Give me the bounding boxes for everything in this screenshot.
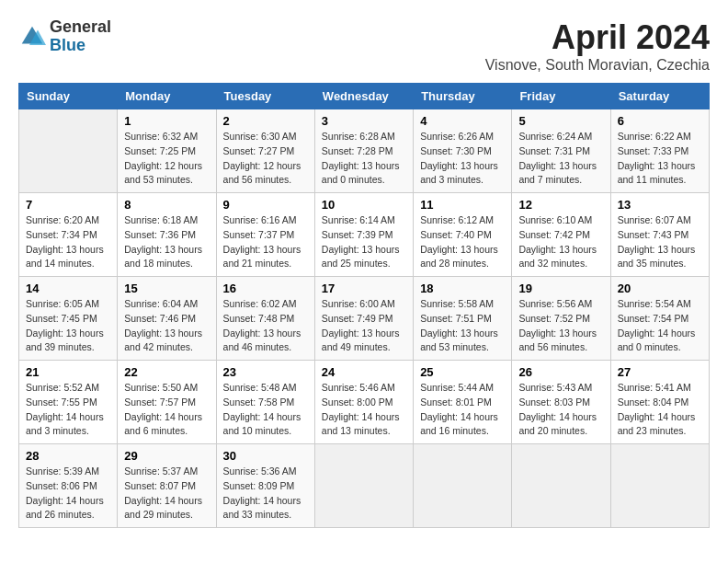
table-cell: 11Sunrise: 6:12 AMSunset: 7:40 PMDayligh… (414, 193, 512, 277)
day-info: Sunrise: 5:48 AMSunset: 7:58 PMDaylight:… (223, 381, 308, 439)
table-cell: 26Sunrise: 5:43 AMSunset: 8:03 PMDayligh… (512, 361, 610, 444)
table-cell: 1Sunrise: 6:32 AMSunset: 7:25 PMDaylight… (118, 109, 216, 193)
calendar-week-1: 1Sunrise: 6:32 AMSunset: 7:25 PMDaylight… (19, 109, 710, 193)
day-info: Sunrise: 6:26 AMSunset: 7:30 PMDaylight:… (420, 130, 505, 188)
day-number: 13 (618, 198, 702, 212)
day-number: 14 (26, 282, 110, 295)
table-cell (19, 109, 118, 193)
table-cell: 18Sunrise: 5:58 AMSunset: 7:51 PMDayligh… (414, 277, 512, 361)
day-info: Sunrise: 5:39 AMSunset: 8:06 PMDaylight:… (26, 465, 110, 523)
day-number: 28 (26, 449, 110, 463)
day-info: Sunrise: 5:37 AMSunset: 8:07 PMDaylight:… (124, 465, 209, 523)
day-info: Sunrise: 6:30 AMSunset: 7:27 PMDaylight:… (223, 130, 308, 188)
header-wednesday: Wednesday (314, 84, 413, 109)
day-info: Sunrise: 6:07 AMSunset: 7:43 PMDaylight:… (618, 213, 702, 271)
header-saturday: Saturday (610, 84, 709, 109)
day-number: 19 (518, 282, 603, 295)
table-cell: 10Sunrise: 6:14 AMSunset: 7:39 PMDayligh… (314, 193, 413, 277)
table-cell: 5Sunrise: 6:24 AMSunset: 7:31 PMDaylight… (512, 109, 610, 193)
table-cell (610, 444, 709, 528)
day-info: Sunrise: 6:05 AMSunset: 7:45 PMDaylight:… (26, 297, 110, 355)
day-number: 10 (322, 198, 406, 212)
day-info: Sunrise: 5:46 AMSunset: 8:00 PMDaylight:… (322, 381, 406, 439)
day-number: 27 (618, 365, 702, 379)
day-number: 8 (124, 198, 209, 212)
day-number: 6 (618, 114, 702, 128)
table-cell: 29Sunrise: 5:37 AMSunset: 8:07 PMDayligh… (118, 444, 216, 528)
table-cell (414, 444, 512, 528)
header-tuesday: Tuesday (216, 84, 314, 109)
table-cell: 30Sunrise: 5:36 AMSunset: 8:09 PMDayligh… (216, 444, 314, 528)
day-number: 26 (518, 365, 603, 379)
day-number: 22 (124, 365, 209, 379)
day-info: Sunrise: 6:24 AMSunset: 7:31 PMDaylight:… (518, 130, 603, 188)
header-thursday: Thursday (414, 84, 512, 109)
table-cell: 27Sunrise: 5:41 AMSunset: 8:04 PMDayligh… (610, 361, 709, 444)
table-cell: 2Sunrise: 6:30 AMSunset: 7:27 PMDaylight… (216, 109, 314, 193)
day-info: Sunrise: 6:16 AMSunset: 7:37 PMDaylight:… (223, 213, 308, 271)
logo-text: General Blue (50, 18, 111, 55)
day-info: Sunrise: 6:22 AMSunset: 7:33 PMDaylight:… (618, 130, 702, 188)
month-title: April 2024 (485, 18, 710, 57)
day-number: 2 (223, 114, 308, 128)
day-info: Sunrise: 6:02 AMSunset: 7:48 PMDaylight:… (223, 297, 308, 355)
day-number: 9 (223, 198, 308, 212)
title-section: April 2024 Visnove, South Moravian, Czec… (485, 18, 710, 74)
day-number: 5 (518, 114, 603, 128)
header-sunday: Sunday (19, 84, 118, 109)
day-info: Sunrise: 6:10 AMSunset: 7:42 PMDaylight:… (518, 213, 603, 271)
day-info: Sunrise: 6:32 AMSunset: 7:25 PMDaylight:… (124, 130, 209, 188)
day-info: Sunrise: 6:04 AMSunset: 7:46 PMDaylight:… (124, 297, 209, 355)
calendar-week-2: 7Sunrise: 6:20 AMSunset: 7:34 PMDaylight… (19, 193, 710, 277)
day-number: 4 (420, 114, 505, 128)
logo: General Blue (18, 18, 111, 55)
day-info: Sunrise: 6:00 AMSunset: 7:49 PMDaylight:… (322, 297, 406, 355)
table-cell: 21Sunrise: 5:52 AMSunset: 7:55 PMDayligh… (19, 361, 118, 444)
day-info: Sunrise: 6:20 AMSunset: 7:34 PMDaylight:… (26, 213, 110, 271)
day-number: 21 (26, 365, 110, 379)
day-info: Sunrise: 5:52 AMSunset: 7:55 PMDaylight:… (26, 381, 110, 439)
day-number: 25 (420, 365, 505, 379)
header-monday: Monday (118, 84, 216, 109)
day-info: Sunrise: 6:12 AMSunset: 7:40 PMDaylight:… (420, 213, 505, 271)
day-number: 20 (618, 282, 702, 295)
calendar-header-row: SundayMondayTuesdayWednesdayThursdayFrid… (19, 84, 710, 109)
table-cell: 25Sunrise: 5:44 AMSunset: 8:01 PMDayligh… (414, 361, 512, 444)
day-info: Sunrise: 6:18 AMSunset: 7:36 PMDaylight:… (124, 213, 209, 271)
day-number: 7 (26, 198, 110, 212)
table-cell: 28Sunrise: 5:39 AMSunset: 8:06 PMDayligh… (19, 444, 118, 528)
day-info: Sunrise: 5:58 AMSunset: 7:51 PMDaylight:… (420, 297, 505, 355)
table-cell: 24Sunrise: 5:46 AMSunset: 8:00 PMDayligh… (314, 361, 413, 444)
day-info: Sunrise: 6:28 AMSunset: 7:28 PMDaylight:… (322, 130, 406, 188)
table-cell: 19Sunrise: 5:56 AMSunset: 7:52 PMDayligh… (512, 277, 610, 361)
table-cell: 8Sunrise: 6:18 AMSunset: 7:36 PMDaylight… (118, 193, 216, 277)
table-cell: 15Sunrise: 6:04 AMSunset: 7:46 PMDayligh… (118, 277, 216, 361)
table-cell: 7Sunrise: 6:20 AMSunset: 7:34 PMDaylight… (19, 193, 118, 277)
table-cell: 12Sunrise: 6:10 AMSunset: 7:42 PMDayligh… (512, 193, 610, 277)
day-info: Sunrise: 5:43 AMSunset: 8:03 PMDaylight:… (518, 381, 603, 439)
day-number: 15 (124, 282, 209, 295)
table-cell (314, 444, 413, 528)
day-number: 16 (223, 282, 308, 295)
logo-icon (18, 23, 46, 51)
table-cell: 22Sunrise: 5:50 AMSunset: 7:57 PMDayligh… (118, 361, 216, 444)
day-number: 11 (420, 198, 505, 212)
day-info: Sunrise: 5:41 AMSunset: 8:04 PMDaylight:… (618, 381, 702, 439)
day-number: 24 (322, 365, 406, 379)
day-number: 18 (420, 282, 505, 295)
day-info: Sunrise: 6:14 AMSunset: 7:39 PMDaylight:… (322, 213, 406, 271)
table-cell: 3Sunrise: 6:28 AMSunset: 7:28 PMDaylight… (314, 109, 413, 193)
calendar-table: SundayMondayTuesdayWednesdayThursdayFrid… (18, 83, 710, 528)
day-number: 17 (322, 282, 406, 295)
logo-blue-text: Blue (50, 37, 111, 55)
table-cell: 13Sunrise: 6:07 AMSunset: 7:43 PMDayligh… (610, 193, 709, 277)
table-cell: 6Sunrise: 6:22 AMSunset: 7:33 PMDaylight… (610, 109, 709, 193)
table-cell: 14Sunrise: 6:05 AMSunset: 7:45 PMDayligh… (19, 277, 118, 361)
table-cell: 17Sunrise: 6:00 AMSunset: 7:49 PMDayligh… (314, 277, 413, 361)
location-title: Visnove, South Moravian, Czechia (485, 57, 710, 74)
calendar-week-4: 21Sunrise: 5:52 AMSunset: 7:55 PMDayligh… (19, 361, 710, 444)
table-cell: 23Sunrise: 5:48 AMSunset: 7:58 PMDayligh… (216, 361, 314, 444)
day-number: 1 (124, 114, 209, 128)
page-header: General Blue April 2024 Visnove, South M… (18, 18, 710, 74)
calendar-week-5: 28Sunrise: 5:39 AMSunset: 8:06 PMDayligh… (19, 444, 710, 528)
